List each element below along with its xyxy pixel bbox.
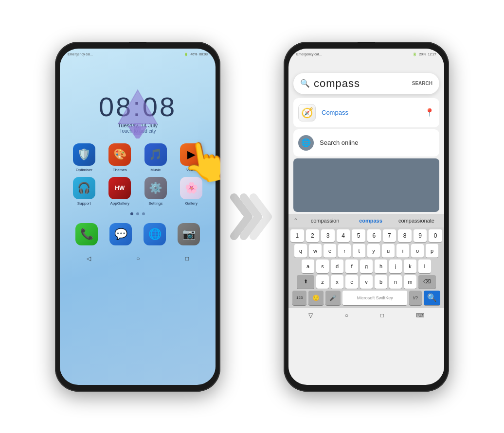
key-x[interactable]: x [331,275,343,289]
optimiser-label: Optimiser [76,168,92,172]
nav-back[interactable]: ◁ [87,255,91,262]
key-emoji[interactable]: 🙂 [308,291,324,305]
right-nav-keyboard[interactable]: ⌨ [416,312,424,319]
search-button[interactable]: SEARCH [412,81,432,86]
key-1[interactable]: 1 [290,229,304,242]
key-9[interactable]: 9 [414,229,427,242]
hand-gesture: 👆 [178,135,220,189]
key-n[interactable]: n [389,275,402,289]
key-k[interactable]: k [404,260,416,273]
kbd-row-bottom: 123 🙂 🎤 Microsoft SwiftKey !/? 🔍 [290,291,442,306]
key-o[interactable]: o [411,244,424,258]
search-online-result[interactable]: 🌐 Search online [293,129,439,156]
key-shift[interactable]: ⬆ [297,275,314,289]
key-special-right[interactable]: !/? [409,291,422,305]
key-q[interactable]: q [294,244,307,258]
left-time: 08:08 [199,52,208,56]
key-z[interactable]: z [316,275,329,289]
dock-browser[interactable]: 🌐 [144,223,166,245]
key-r[interactable]: r [338,244,351,258]
middle-arrows [230,188,274,246]
search-input-text[interactable]: compass [314,77,412,90]
key-5[interactable]: 5 [352,229,365,242]
right-time: 12:27 [428,52,436,56]
app-themes[interactable]: 🎨 Themes [105,143,136,172]
nav-home[interactable]: ○ [136,255,140,262]
key-7[interactable]: 7 [383,229,396,242]
settings-icon: ⚙️ [144,177,167,199]
key-l[interactable]: l [418,260,431,273]
key-123[interactable]: 123 [292,291,306,305]
kbd-expand-icon[interactable]: ⌃ [293,217,298,224]
key-6[interactable]: 6 [367,229,381,242]
right-status-left: Emergency cal... [296,52,322,56]
right-nav-home[interactable]: ○ [345,312,348,319]
search-online-label: Search online [320,139,434,146]
kbd-row-qwerty: q w e r t y u i o p [290,244,442,258]
dock-camera[interactable]: 📷 [178,223,200,245]
key-h[interactable]: h [375,260,387,273]
appgallery-icon: HW [108,177,131,199]
key-space[interactable]: Microsoft SwiftKey [342,291,407,305]
key-w[interactable]: w [309,244,322,258]
key-s[interactable]: s [316,260,329,273]
optimiser-icon: 🛡️ [73,143,95,166]
key-j[interactable]: j [389,260,402,273]
app-support[interactable]: 🎧 Support [69,177,100,206]
key-4[interactable]: 4 [337,229,350,242]
key-m[interactable]: m [404,275,416,289]
svg-marker-0 [118,90,157,124]
page-dots [60,212,216,215]
key-b[interactable]: b [375,275,387,289]
key-2[interactable]: 2 [306,229,320,242]
key-d[interactable]: d [331,260,343,273]
key-f[interactable]: f [345,260,358,273]
suggestion-1[interactable]: compassion [302,217,348,225]
notch-right [358,42,375,47]
dot-1 [130,212,133,215]
left-nav-bar: ◁ ○ □ [60,251,216,266]
key-g[interactable]: g [360,260,373,273]
key-a[interactable]: a [302,260,314,273]
appgallery-label: AppGallery [110,201,129,206]
right-nav-back[interactable]: ▽ [308,312,313,319]
key-v[interactable]: v [360,275,373,289]
key-mic[interactable]: 🎤 [325,291,341,305]
kbd-row-asdf: a s d f g h j k l [290,260,442,273]
dock-messages[interactable]: 💬 [109,223,132,245]
key-p[interactable]: p [426,244,438,258]
compass-result-label: Compass [322,109,419,116]
key-3[interactable]: 3 [321,229,335,242]
app-settings[interactable]: ⚙️ Settings [140,177,171,206]
compass-result[interactable]: 🧭 Compass 📍 [293,98,439,127]
search-bar[interactable]: 🔍 compass SEARCH [293,73,439,94]
app-appgallery[interactable]: HW AppGallery [105,177,136,206]
right-battery-icon: 🔋 [413,52,417,56]
right-nav-recents[interactable]: □ [380,312,384,319]
themes-label: Themes [113,168,127,172]
key-e[interactable]: e [324,244,336,258]
nav-recents[interactable]: □ [185,255,189,262]
dot-2 [136,212,139,215]
suggestion-2[interactable]: compass [348,217,394,225]
chevron-arrows-svg [230,188,274,246]
key-backspace[interactable]: ⌫ [418,275,436,289]
keyboard-suggestions: ⌃ compassion compass compassionate [288,214,444,227]
key-t[interactable]: t [353,244,365,258]
support-icon: 🎧 [73,177,95,199]
scene: Emergency cal... 🔋 46% 08:08 [0,0,504,433]
suggestion-3[interactable]: compassionate [394,217,439,225]
key-i[interactable]: i [396,244,409,258]
dock-phone[interactable]: 📞 [75,223,98,245]
left-status-left: Emergency cal... [68,52,93,56]
music-icon: 🎵 [144,143,167,166]
key-u[interactable]: u [382,244,395,258]
key-go[interactable]: 🔍 [424,291,440,305]
key-0[interactable]: 0 [429,229,442,242]
key-y[interactable]: y [367,244,380,258]
app-optimiser[interactable]: 🛡️ Optimiser [69,143,100,172]
key-c[interactable]: c [345,275,358,289]
right-status-bar: Emergency cal... 🔋 20% 12:27 [288,49,444,59]
key-8[interactable]: 8 [398,229,412,242]
app-music[interactable]: 🎵 Music [140,143,171,172]
